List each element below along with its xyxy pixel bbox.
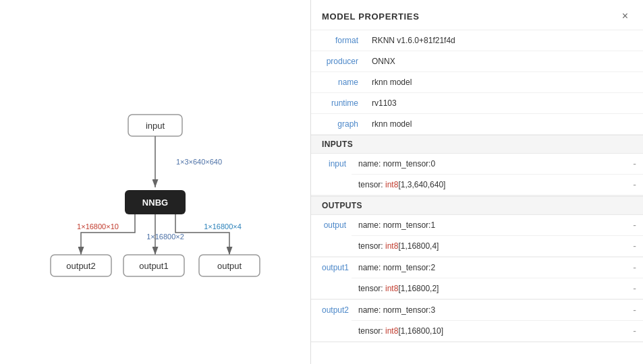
output-name-value: name: norm_tensor:1 <box>358 220 435 230</box>
runtime-value: rv1103 <box>365 93 643 113</box>
graph-svg: input 1×3×640×640 NNBG 1×16800×10 1×1680… <box>0 0 310 364</box>
output2-tensor-dash: - <box>633 326 636 336</box>
output2-name-value: name: norm_tensor:3 <box>358 305 435 315</box>
input-tensor-dash: - <box>633 179 636 190</box>
output1-tensor-value: tensor: int8[1,16800,2] <box>358 284 439 293</box>
output-io-values: name: norm_tensor:1 - tensor: int8[1,168… <box>352 215 643 256</box>
output-tensor-dims: [1,16800,4] <box>398 241 439 251</box>
output1-name-dash: - <box>633 262 636 273</box>
edge-label-input-nnbg: 1×3×640×640 <box>176 158 222 166</box>
output-tensor-type: int8 <box>385 241 398 251</box>
runtime-label: runtime <box>311 93 365 113</box>
input-tensor-row: tensor: int8[1,3,640,640] - <box>352 175 643 195</box>
producer-value: ONNX <box>365 51 643 71</box>
output1-tensor-row: tensor: int8[1,16800,2] - <box>352 278 643 299</box>
graph-row: graph rknn model <box>311 114 643 135</box>
properties-header: MODEL PROPERTIES × <box>311 0 643 30</box>
output2-tensor-dims: [1,16800,10] <box>398 326 443 336</box>
input-io-row: input name: norm_tensor:0 - tensor: int8… <box>311 154 643 195</box>
output-tensor-value: tensor: int8[1,16800,4] <box>358 241 439 251</box>
name-row: name rknn model <box>311 72 643 93</box>
outputs-section-header: OUTPUTS <box>311 196 643 215</box>
format-row: format RKNN v1.6.0+81f21f4d <box>311 30 643 51</box>
output1-tensor-dash: - <box>633 283 636 294</box>
output-io-group: output name: norm_tensor:1 - tensor: int… <box>311 215 643 257</box>
output1-io-label: output1 <box>311 257 352 299</box>
graph-value: rknn model <box>365 114 643 134</box>
output1-node-label: output1 <box>139 261 168 271</box>
output1-io-row: output1 name: norm_tensor:2 - tensor: in… <box>311 257 643 299</box>
output2-name-row: name: norm_tensor:3 - <box>352 300 643 321</box>
output2-io-group: output2 name: norm_tensor:3 - tensor: in… <box>311 300 643 342</box>
output2-node-label: output2 <box>66 261 95 271</box>
output2-name-dash: - <box>633 305 636 315</box>
producer-row: producer ONNX <box>311 51 643 72</box>
output1-tensor-type: int8 <box>385 284 398 293</box>
output-name-row: name: norm_tensor:1 - <box>352 215 643 236</box>
nnbg-node-label: NNBG <box>142 198 168 208</box>
output-io-row: output name: norm_tensor:1 - tensor: int… <box>311 215 643 257</box>
edge-nnbg-output2 <box>81 214 135 255</box>
format-value: RKNN v1.6.0+81f21f4d <box>365 30 643 51</box>
inputs-section-header: INPUTS <box>311 135 643 154</box>
output1-name-row: name: norm_tensor:2 - <box>352 257 643 278</box>
input-name-value: name: norm_tensor:0 <box>358 159 435 169</box>
edge-label-nnbg-output2: 1×16800×10 <box>77 222 119 231</box>
input-node-label: input <box>146 121 165 131</box>
output1-io-values: name: norm_tensor:2 - tensor: int8[1,168… <box>352 257 643 299</box>
input-tensor-type: int8 <box>385 180 398 189</box>
output2-io-values: name: norm_tensor:3 - tensor: int8[1,168… <box>352 300 643 341</box>
output2-io-label: output2 <box>311 300 352 341</box>
edge-label-nnbg-output1: 1×16800×2 <box>146 233 184 241</box>
output1-tensor-dims: [1,16800,2] <box>398 284 439 293</box>
output-name-dash: - <box>633 220 636 231</box>
input-tensor-value: tensor: int8[1,3,640,640] <box>358 180 445 189</box>
input-name-dash: - <box>633 158 636 169</box>
input-name-row: name: norm_tensor:0 - <box>352 154 643 175</box>
output2-tensor-type: int8 <box>385 326 398 336</box>
runtime-row: runtime rv1103 <box>311 93 643 114</box>
name-value: rknn model <box>365 72 643 92</box>
producer-label: producer <box>311 51 365 71</box>
output-tensor-row: tensor: int8[1,16800,4] - <box>352 236 643 256</box>
input-io-group: input name: norm_tensor:0 - tensor: int8… <box>311 154 643 196</box>
graph-label: graph <box>311 114 365 134</box>
format-label: format <box>311 30 365 51</box>
output1-name-value: name: norm_tensor:2 <box>358 263 435 272</box>
output2-tensor-row: tensor: int8[1,16800,10] - <box>352 321 643 341</box>
output2-io-row: output2 name: norm_tensor:3 - tensor: in… <box>311 300 643 342</box>
output2-tensor-value: tensor: int8[1,16800,10] <box>358 326 443 336</box>
graph-panel: input 1×3×640×640 NNBG 1×16800×10 1×1680… <box>0 0 310 364</box>
edge-label-nnbg-output: 1×16800×4 <box>204 222 242 231</box>
input-tensor-dims: [1,3,640,640] <box>398 180 445 189</box>
model-fields-section: format RKNN v1.6.0+81f21f4d producer ONN… <box>311 30 643 135</box>
output-node-label: output <box>217 261 242 271</box>
output1-io-group: output1 name: norm_tensor:2 - tensor: in… <box>311 257 643 300</box>
input-io-label: input <box>311 154 352 195</box>
name-label: name <box>311 72 365 92</box>
input-io-values: name: norm_tensor:0 - tensor: int8[1,3,6… <box>352 154 643 195</box>
output-tensor-dash: - <box>633 241 636 251</box>
close-button[interactable]: × <box>618 9 632 23</box>
output-io-label: output <box>311 215 352 256</box>
properties-panel: MODEL PROPERTIES × format RKNN v1.6.0+81… <box>310 0 643 364</box>
properties-title: MODEL PROPERTIES <box>322 11 420 22</box>
